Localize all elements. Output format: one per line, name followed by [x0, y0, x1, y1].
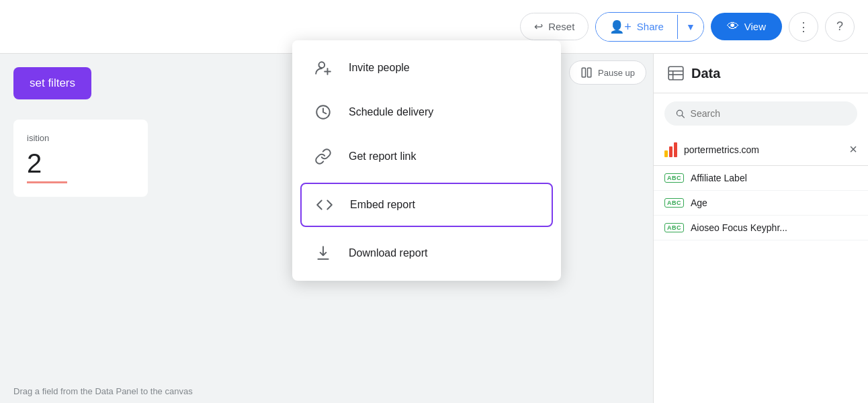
dropdown-item-invite[interactable]: Invite people: [292, 46, 561, 90]
invite-label: Invite people: [349, 62, 410, 74]
pause-up-bar[interactable]: Pause up: [569, 60, 646, 85]
card-value: 2: [27, 148, 134, 179]
data-source-row[interactable]: portermetrics.com ×: [654, 134, 868, 166]
eye-icon: 👁: [727, 19, 739, 34]
svg-rect-0: [668, 66, 683, 80]
metric-card: isition 2: [13, 120, 148, 197]
data-source-info: portermetrics.com: [664, 142, 759, 157]
columns-icon: [580, 66, 593, 79]
dropdown-item-embed[interactable]: Embed report: [300, 183, 553, 227]
field-item-1[interactable]: ABC Age: [654, 191, 868, 216]
filter-button[interactable]: set filters: [13, 67, 91, 99]
dropdown-item-link[interactable]: Get report link: [292, 134, 561, 179]
search-box[interactable]: [664, 101, 857, 126]
field-name-1: Age: [691, 197, 707, 208]
svg-point-8: [319, 62, 325, 68]
fields-list: ABC Affiliate Label ABC Age ABC Aioseo F…: [654, 166, 868, 240]
share-group: 👤+ Share ▼: [595, 12, 703, 42]
share-dropdown-menu: Invite people Schedule delivery Get repo…: [292, 40, 561, 281]
field-type-badge-2: ABC: [664, 223, 684, 232]
svg-rect-7: [588, 68, 591, 77]
search-icon: [675, 108, 685, 119]
share-dropdown-button[interactable]: ▼: [677, 15, 703, 39]
field-name-2: Aioseo Focus Keyphr...: [691, 222, 787, 233]
chevron-down-icon: ▼: [686, 21, 695, 32]
share-label: Share: [637, 21, 664, 32]
card-indicator: [27, 181, 67, 183]
search-input[interactable]: [691, 108, 847, 119]
clock-icon: [314, 103, 333, 121]
dropdown-item-download[interactable]: Download report: [292, 231, 561, 275]
view-button[interactable]: 👁 View: [711, 13, 782, 40]
link-label: Get report link: [349, 150, 416, 163]
filter-label: set filters: [30, 77, 75, 89]
more-icon: ⋮: [797, 19, 810, 34]
reset-icon: ↩: [534, 20, 543, 33]
download-icon: [314, 244, 333, 262]
field-item-0[interactable]: ABC Affiliate Label: [654, 166, 868, 191]
more-button[interactable]: ⋮: [789, 12, 818, 42]
drag-hint: Drag a field from the Data Panel to the …: [13, 386, 193, 396]
code-icon: [315, 196, 334, 214]
dropdown-item-schedule[interactable]: Schedule delivery: [292, 90, 561, 134]
view-label: View: [744, 21, 766, 32]
field-name-0: Affiliate Label: [691, 173, 747, 183]
reset-button[interactable]: ↩ Reset: [520, 13, 589, 40]
share-button[interactable]: 👤+ Share: [596, 13, 677, 41]
schedule-label: Schedule delivery: [349, 106, 433, 118]
field-item-2[interactable]: ABC Aioseo Focus Keyphr...: [654, 216, 868, 240]
help-button[interactable]: ?: [825, 12, 855, 42]
person-add-icon: 👤+: [609, 19, 632, 34]
svg-rect-6: [582, 68, 585, 77]
svg-line-5: [682, 116, 684, 118]
link-icon: [314, 148, 333, 165]
reset-label: Reset: [548, 21, 574, 32]
field-type-badge-1: ABC: [664, 198, 684, 208]
field-type-badge-0: ABC: [664, 173, 684, 183]
pause-up-label: Pause up: [598, 68, 635, 78]
data-title-text: Data: [691, 66, 720, 81]
help-icon: ?: [836, 19, 843, 34]
data-source-name: portermetrics.com: [684, 144, 759, 155]
embed-label: Embed report: [350, 199, 415, 211]
card-label: isition: [27, 133, 134, 143]
analytics-icon: [664, 142, 677, 157]
data-table-icon: [667, 64, 685, 82]
right-panel-header: Data: [654, 54, 868, 93]
download-label: Download report: [349, 247, 427, 259]
right-panel: Data portermetrics.com ×: [653, 54, 868, 403]
collapse-icon[interactable]: ×: [849, 142, 857, 157]
data-panel-title: Data: [667, 64, 720, 82]
person-add-icon: [314, 59, 333, 77]
